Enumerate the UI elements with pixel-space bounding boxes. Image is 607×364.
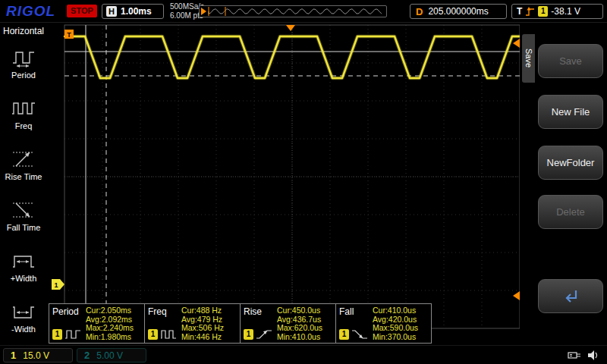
menu-item-label: -Width — [11, 325, 36, 334]
channel2-scale: 5.00 V — [96, 350, 123, 361]
minus-width-icon — [11, 301, 36, 322]
channel1-scale: 15.0 V — [23, 350, 49, 361]
trigger-label: T — [517, 6, 522, 17]
status-bar: RIGOL STOP H 1.00ms 500MSa/s 6.00M pts D… — [0, 0, 607, 23]
menu-item-freq[interactable]: Freq — [0, 89, 47, 140]
delay-readout[interactable]: D 205.000000ms — [410, 4, 507, 19]
new-file-button[interactable]: New File — [538, 95, 603, 129]
horizontal-timebase-readout[interactable]: H 1.00ms — [102, 4, 164, 19]
plus-width-icon — [11, 250, 36, 271]
svg-text:T: T — [67, 31, 71, 39]
measurement-row: Cur:450.0us — [277, 306, 335, 315]
horizontal-measure-menu: Horizontal Period Freq Rise Time — [0, 23, 47, 346]
measurement-row: Cur:488 Hz — [181, 306, 240, 315]
oscilloscope-screen: RIGOL STOP H 1.00ms 500MSa/s 6.00M pts D… — [0, 0, 607, 364]
trigger-readout[interactable]: T 1 -38.1 V — [511, 4, 603, 19]
svg-text:1: 1 — [54, 281, 58, 289]
source-badge: 1 — [244, 329, 253, 340]
measurement-name: Fall — [339, 306, 372, 317]
menu-item-minus-width[interactable]: -Width — [0, 292, 47, 343]
measurement-row: Min:410.0us — [277, 333, 335, 342]
save-menu: Save Save New File NewFolder Delete — [520, 23, 607, 345]
menu-item-rise-time[interactable]: Rise Time — [0, 140, 47, 190]
freq-icon — [11, 98, 36, 119]
waveform-display[interactable]: T1 — [47, 23, 520, 345]
menu-item-period[interactable]: Period — [0, 38, 47, 89]
menu-item-fall-time[interactable]: Fall Time — [0, 190, 47, 241]
usb-icon — [568, 350, 583, 361]
freq-measure-icon — [160, 328, 177, 340]
trigger-level-value: -38.1 V — [551, 6, 580, 17]
measurement-row: Min:446 Hz — [181, 333, 240, 342]
measurement-panel-freq: Freq 1 Cur:488 Hz Avg:479 Hz Max:506 Hz … — [144, 303, 241, 344]
fall-measure-icon — [351, 328, 368, 340]
channel-bar: 1 15.0 V 2 5.00 V — [0, 345, 607, 364]
menu-item-label: +Width — [11, 274, 37, 283]
delay-value: 205.000000ms — [428, 6, 488, 17]
rise-measure-icon — [256, 328, 272, 340]
new-folder-button[interactable]: NewFolder — [538, 146, 603, 180]
source-badge: 1 — [52, 329, 62, 340]
delay-label: D — [416, 6, 423, 17]
channel2-status[interactable]: 2 5.00 V — [77, 348, 146, 362]
waveform-position-bar[interactable] — [199, 5, 387, 17]
channel2-number: 2 — [84, 350, 90, 361]
menu-item-plus-width[interactable]: +Width — [0, 241, 47, 292]
trigger-source-badge: 1 — [538, 6, 548, 17]
menu-item-label: Freq — [15, 121, 33, 130]
preview-waveform-icon — [200, 6, 386, 17]
measurement-row: Min:370.0us — [373, 333, 431, 342]
menu-item-label: Rise Time — [5, 172, 42, 181]
channel1-number: 1 — [11, 350, 16, 361]
measurement-row: Cur:2.050ms — [86, 306, 144, 315]
rising-edge-icon — [525, 6, 535, 17]
timebase-value: 1.00ms — [121, 6, 152, 17]
measurement-name: Freq — [148, 306, 181, 317]
menu-title: Horizontal — [0, 23, 47, 38]
menu-page-tab: Save — [522, 34, 535, 83]
measurement-row: Min:1.980ms — [86, 333, 144, 342]
return-button[interactable] — [538, 279, 603, 313]
menu-item-label: Period — [11, 71, 36, 80]
speaker-icon — [587, 350, 601, 361]
measurement-panel-fall: Fall 1 Cur:410.0us Avg:420.0us Max:590.0… — [335, 303, 432, 344]
channel1-status[interactable]: 1 15.0 V — [3, 348, 73, 362]
measurement-row: Cur:410.0us — [373, 306, 431, 315]
enter-arrow-icon — [559, 287, 582, 306]
measurement-panel-rise: Rise 1 Cur:450.0us Avg:436.7us Max:620.0… — [240, 303, 336, 344]
run-state-badge[interactable]: STOP — [67, 5, 97, 17]
measurement-name: Rise — [244, 306, 276, 317]
source-badge: 1 — [148, 329, 158, 340]
graticule-and-trace: T1 — [47, 23, 520, 345]
h-label: H — [106, 6, 117, 17]
save-button[interactable]: Save — [538, 44, 603, 78]
menu-item-label: Fall Time — [7, 223, 41, 232]
rise-time-icon — [11, 149, 36, 170]
period-icon — [11, 47, 36, 68]
source-badge: 1 — [339, 329, 349, 340]
period-measure-icon — [64, 328, 81, 340]
measurement-name: Period — [52, 306, 85, 317]
measurement-panel-period: Period 1 Cur:2.050ms Avg:2.092ms Max:2.2… — [49, 303, 145, 344]
delete-button[interactable]: Delete — [538, 195, 603, 229]
fall-time-icon — [11, 199, 36, 221]
rigol-logo: RIGOL — [6, 3, 55, 20]
